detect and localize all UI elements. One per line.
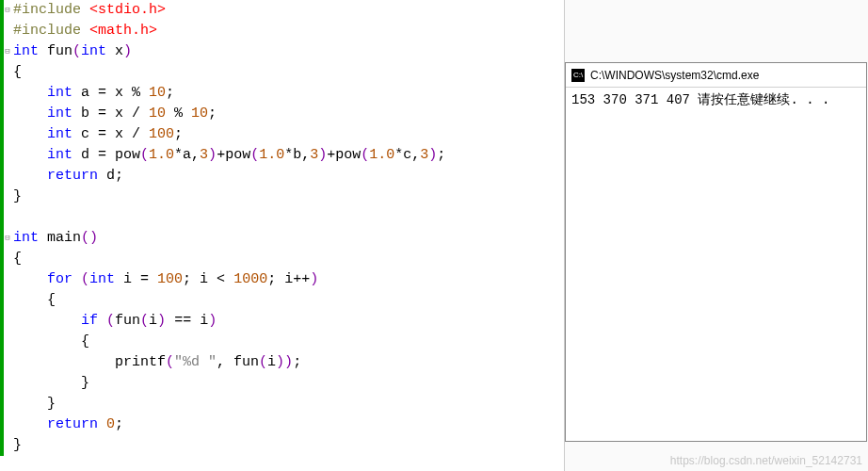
code-line[interactable]: if (fun(i) == i) (0, 311, 564, 332)
fold-margin (0, 394, 4, 414)
code-line[interactable]: return 0; (0, 414, 564, 435)
code-line[interactable]: } (0, 373, 564, 394)
fold-margin (0, 124, 4, 145)
code-text: { (13, 332, 89, 352)
code-text: int a = x % 10; (13, 83, 174, 104)
code-line[interactable]: for (int i = 100; i < 1000; i++) (0, 269, 564, 290)
fold-minus-icon[interactable]: ⊟ (3, 228, 12, 249)
fold-margin (0, 104, 4, 124)
code-editor[interactable]: ⊟#include <stdio.h>#include <math.h>⊟int… (0, 0, 565, 471)
code-line[interactable]: #include <math.h> (0, 21, 564, 41)
fold-margin (0, 166, 4, 187)
fold-margin (0, 21, 4, 41)
fold-margin (0, 332, 4, 352)
cmd-output: 153 370 371 407 请按任意键继续. . . (566, 88, 866, 441)
code-line[interactable]: ⊟int main() (0, 228, 564, 249)
fold-margin (0, 435, 4, 456)
code-text: int fun(int x) (13, 41, 132, 62)
code-line[interactable]: int c = x / 100; (0, 124, 564, 145)
code-text: int main() (13, 228, 98, 249)
code-line[interactable]: } (0, 435, 564, 456)
code-text: #include <stdio.h> (13, 0, 166, 21)
code-line[interactable]: { (0, 249, 564, 269)
fold-margin (0, 373, 4, 394)
cmd-window: C:\ C:\WINDOWS\system32\cmd.exe 153 370 … (565, 62, 867, 442)
code-text: int c = x / 100; (13, 124, 183, 145)
fold-margin (0, 62, 4, 83)
fold-margin (0, 414, 4, 435)
code-line[interactable]: int a = x % 10; (0, 83, 564, 104)
fold-minus-icon[interactable]: ⊟ (3, 41, 12, 62)
code-line[interactable]: } (0, 187, 564, 207)
code-text: int d = pow(1.0*a,3)+pow(1.0*b,3)+pow(1.… (13, 145, 445, 166)
code-text: } (13, 373, 89, 394)
code-text: { (13, 249, 22, 269)
code-text: return d; (13, 166, 123, 187)
code-line[interactable]: { (0, 332, 564, 352)
code-line[interactable]: ⊟int fun(int x) (0, 41, 564, 62)
fold-margin (0, 145, 4, 166)
code-line[interactable]: } (0, 394, 564, 414)
code-text: } (13, 435, 22, 456)
code-line[interactable]: int b = x / 10 % 10; (0, 104, 564, 124)
fold-margin (0, 207, 4, 228)
code-text: if (fun(i) == i) (13, 311, 217, 332)
fold-margin (0, 311, 4, 332)
code-text: { (13, 62, 22, 83)
code-line[interactable] (0, 207, 564, 228)
code-line[interactable]: printf("%d ", fun(i)); (0, 352, 564, 373)
code-line[interactable]: return d; (0, 166, 564, 187)
code-text: { (13, 290, 56, 311)
fold-margin (0, 352, 4, 373)
code-text: int b = x / 10 % 10; (13, 104, 217, 124)
terminal-icon: C:\ (571, 69, 585, 82)
fold-margin (0, 290, 4, 311)
fold-margin (0, 187, 4, 207)
code-text: printf("%d ", fun(i)); (13, 352, 301, 373)
code-text: #include <math.h> (13, 21, 157, 41)
fold-margin (0, 83, 4, 104)
code-text: for (int i = 100; i < 1000; i++) (13, 269, 318, 290)
cmd-titlebar[interactable]: C:\ C:\WINDOWS\system32\cmd.exe (566, 63, 866, 88)
code-text: } (13, 187, 22, 207)
code-line[interactable]: { (0, 62, 564, 83)
code-text: } (13, 394, 56, 414)
code-text: return 0; (13, 414, 123, 435)
code-line[interactable]: { (0, 290, 564, 311)
code-line[interactable]: ⊟#include <stdio.h> (0, 0, 564, 21)
cmd-title: C:\WINDOWS\system32\cmd.exe (590, 69, 759, 82)
code-line[interactable]: int d = pow(1.0*a,3)+pow(1.0*b,3)+pow(1.… (0, 145, 564, 166)
watermark: https://blog.csdn.net/weixin_52142731 (670, 454, 862, 467)
fold-margin (0, 249, 4, 269)
fold-minus-icon[interactable]: ⊟ (3, 0, 12, 21)
fold-margin (0, 269, 4, 290)
